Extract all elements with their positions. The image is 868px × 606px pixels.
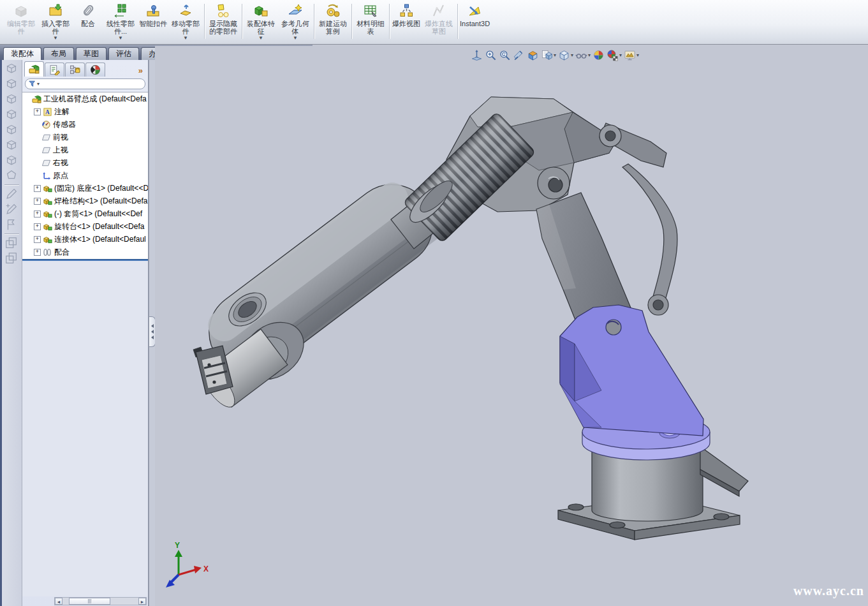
tree-item-component-sleeve[interactable]: +(-) 套筒<1> (Default<<Def (22, 207, 148, 220)
explode-sketch-icon (431, 2, 446, 20)
purple-bracket[interactable] (560, 305, 703, 436)
sketch-icon[interactable] (4, 187, 20, 201)
view-normal-to-icon[interactable] (4, 168, 20, 182)
exploded-view-icon (399, 2, 414, 20)
dropdown-caret-icon[interactable]: ▼ (258, 35, 263, 41)
scrollbar-left-arrow[interactable]: ◄ (55, 598, 63, 605)
tree-expander[interactable]: + (34, 211, 41, 218)
tree-item-top-plane[interactable]: 上视 (22, 144, 148, 156)
panel-splitter[interactable] (149, 60, 155, 606)
tree-expander-spacer (34, 160, 40, 166)
toolbar-button-label: 装配体特征 (244, 20, 277, 35)
toolbar-button-label: 编辑零部件 (4, 20, 38, 35)
plane-icon (41, 158, 51, 168)
rapid-sketch-icon[interactable] (4, 218, 20, 232)
toolbar-button-motion-study[interactable]: 新建运动算例 (316, 1, 350, 41)
toolbar-buttons: 编辑零部件插入零部件▼配合线性零部件...▼智能扣件移动零部件▼显示隐藏的零部件… (0, 0, 868, 41)
panel-tabs-overflow-chevron[interactable]: » (138, 66, 146, 77)
toolbar-separator (242, 4, 242, 39)
tree-expander[interactable]: + (34, 223, 41, 230)
scrollbar-right-arrow[interactable]: ► (138, 598, 146, 605)
tab-sketch[interactable]: 草图 (76, 47, 107, 60)
tree-expander-spacer (34, 173, 40, 179)
tree-expander[interactable]: + (34, 108, 41, 115)
toolbar-button-instant3d[interactable]: Instant3D (459, 1, 490, 34)
tree-item-sensors[interactable]: 传感器 (22, 118, 148, 131)
panel-horizontal-scrollbar[interactable]: ◄ ► (54, 597, 147, 605)
tree-item-label: 焊枪结构<1> (Default<Defa (54, 196, 147, 207)
toolbar-button-exploded-view[interactable]: 爆炸视图 (391, 1, 422, 41)
sensors-icon (41, 120, 51, 129)
scrollbar-track[interactable] (63, 598, 138, 605)
tree-item-front-plane[interactable]: 前视 (22, 131, 148, 144)
assembly-features-icon (253, 2, 268, 20)
graphics-viewport[interactable]: ▾▾▾▾▾ (155, 46, 868, 606)
isolate-components-icon[interactable] (4, 251, 20, 265)
tree-expander[interactable]: + (34, 249, 41, 256)
panel-tab-displaymanager[interactable] (85, 63, 105, 77)
toolbar-button-label: 移动零部件 (169, 20, 202, 35)
dropdown-caret-icon[interactable]: ▼ (53, 35, 58, 41)
tree-expander[interactable]: + (34, 198, 41, 205)
left-view-toolbar (0, 60, 22, 606)
component-preview-icon[interactable] (4, 236, 20, 250)
robot-arm-model[interactable]: Y X (155, 46, 868, 606)
tree-filter-input[interactable]: ▾ (25, 78, 145, 89)
tree-item-label: 右视 (53, 158, 68, 168)
tree-expander[interactable]: + (34, 185, 41, 192)
tree-item-component-base[interactable]: +(固定) 底座<1> (Default<<D (22, 182, 148, 195)
tab-layout[interactable]: 布局 (43, 47, 74, 60)
toolbar-separator (351, 4, 352, 39)
view-left-icon[interactable] (4, 92, 20, 106)
tab-assembly[interactable]: 装配体 (3, 47, 41, 60)
tree-expander-spacer (24, 96, 30, 102)
toolbar-button-insert-component[interactable]: 插入零部件▼ (38, 1, 73, 41)
toolbar-button-linear-pattern[interactable]: 线性零部件...▼ (103, 1, 138, 41)
tree-item-label: 工业机器臂总成 (Default<Defa (43, 94, 147, 105)
tree-item-right-plane[interactable]: 右视 (22, 156, 148, 169)
tree-item-label: 原点 (53, 170, 68, 181)
tree-item-mates[interactable]: +配合 (22, 246, 148, 258)
tree-item-component-weld-gun[interactable]: +焊枪结构<1> (Default<Defa (22, 195, 148, 207)
toolbar-button-mate[interactable]: 配合 (73, 1, 103, 41)
tree-expander-spacer (34, 135, 40, 140)
view-back-icon[interactable] (4, 77, 20, 91)
view-top-icon[interactable] (4, 122, 20, 137)
view-right-icon[interactable] (4, 107, 20, 121)
tab-evaluate[interactable]: 评估 (108, 47, 139, 60)
dropdown-caret-icon[interactable]: ▼ (183, 35, 188, 41)
tree-item-component-turntable[interactable]: +旋转台<1> (Default<<Defa (22, 220, 148, 233)
view-front-icon[interactable] (4, 61, 20, 75)
view-isometric-icon[interactable] (4, 153, 20, 167)
component-icon (43, 222, 52, 232)
panel-tab-featuremanager[interactable] (24, 61, 44, 77)
reference-geometry-icon (288, 2, 303, 20)
tree-item-assembly-root[interactable]: 工业机器臂总成 (Default<Defa (22, 92, 148, 105)
dropdown-caret-icon[interactable]: ▼ (118, 35, 123, 41)
toolbar-button-move-component[interactable]: 移动零部件▼ (168, 1, 203, 41)
view-bottom-icon[interactable] (4, 138, 20, 152)
panel-tab-propertymanager[interactable] (45, 63, 64, 77)
toolbar-button-label: 材料明细表 (354, 20, 387, 35)
tree-item-annotations[interactable]: +A注解 (22, 105, 148, 118)
scrollbar-thumb[interactable] (69, 598, 110, 605)
tree-item-origin[interactable]: 原点 (22, 169, 148, 182)
toolbar-button-label: 配合 (81, 20, 95, 35)
toolbar-button-edit-component: 编辑零部件 (4, 1, 38, 41)
toolbar-button-bom[interactable]: 材料明细表 (353, 1, 388, 41)
edit-component-icon (13, 2, 29, 20)
toolbar-button-smart-fasteners[interactable]: 智能扣件 (138, 1, 168, 41)
dropdown-caret-icon[interactable]: ▼ (293, 35, 298, 41)
filter-dropdown-caret[interactable]: ▾ (37, 81, 40, 87)
toolbar-button-assembly-features[interactable]: 装配体特征▼ (244, 1, 278, 41)
tree-expander[interactable]: + (34, 236, 41, 243)
tree-item-component-connector[interactable]: +连接体<1> (Default<Defaul (22, 233, 148, 246)
toolbar-button-show-hidden[interactable]: 显示隐藏的零部件 (206, 1, 240, 41)
panel-tab-configurationmanager[interactable] (65, 63, 85, 77)
toolbar-button-label: 智能扣件 (139, 20, 167, 35)
toolbar-button-label: 爆炸视图 (392, 20, 420, 35)
3d-sketch-icon[interactable] (4, 202, 20, 216)
tree-expander-spacer (34, 122, 40, 128)
linear-pattern-icon (113, 2, 128, 20)
toolbar-button-reference-geometry[interactable]: 参考几何体▼ (278, 1, 313, 41)
